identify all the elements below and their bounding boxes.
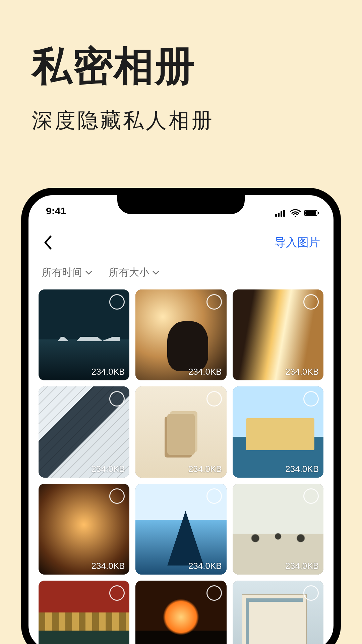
photo-size-label: 234.0KB xyxy=(92,367,125,377)
svg-rect-5 xyxy=(305,211,316,215)
photo-tile[interactable]: 234.0KB xyxy=(135,484,226,575)
select-circle-icon[interactable] xyxy=(206,391,222,407)
select-circle-icon[interactable] xyxy=(206,294,222,310)
photo-size-label: 234.0KB xyxy=(188,367,222,377)
svg-rect-0 xyxy=(275,214,277,217)
hero-title: 私密相册 xyxy=(32,44,342,88)
photo-tile[interactable]: 234.0KB xyxy=(39,581,129,644)
select-circle-icon[interactable] xyxy=(206,585,222,601)
filter-size[interactable]: 所有大小 xyxy=(109,266,159,279)
back-button[interactable] xyxy=(38,232,58,253)
photo-grid: 234.0KB 234.0KB 234.0KB 234.0KB 234.0KB … xyxy=(28,289,334,644)
photo-size-label: 234.0KB xyxy=(285,464,319,474)
select-circle-icon[interactable] xyxy=(303,488,319,504)
hero-subtitle: 深度隐藏私人相册 xyxy=(32,106,342,135)
photo-tile[interactable]: 234.0KB xyxy=(39,289,129,380)
svg-rect-1 xyxy=(278,213,280,217)
photo-tile[interactable]: 234.0KB xyxy=(233,386,323,477)
nav-bar: 导入图片 xyxy=(28,231,334,254)
select-circle-icon[interactable] xyxy=(303,585,319,601)
photo-tile[interactable]: 234.0KB xyxy=(39,386,129,477)
select-circle-icon[interactable] xyxy=(109,488,125,504)
select-circle-icon[interactable] xyxy=(206,488,222,504)
photo-tile[interactable]: 234.0KB xyxy=(233,289,323,380)
chevron-down-icon xyxy=(153,270,159,275)
photo-size-label: 234.0KB xyxy=(188,464,222,474)
phone-notch xyxy=(117,195,245,214)
svg-rect-3 xyxy=(283,210,285,217)
phone-frame: 9:41 xyxy=(21,188,341,644)
filter-time-label: 所有时间 xyxy=(42,266,82,279)
photo-tile[interactable]: 234.0KB xyxy=(135,289,226,380)
svg-rect-6 xyxy=(318,212,319,214)
photo-size-label: 234.0KB xyxy=(285,561,319,571)
cellular-icon xyxy=(275,209,287,217)
battery-icon xyxy=(304,209,319,217)
import-photos-link[interactable]: 导入图片 xyxy=(275,235,320,250)
status-time: 9:41 xyxy=(40,205,66,219)
filter-size-label: 所有大小 xyxy=(109,266,149,279)
photo-tile[interactable]: 234.0KB xyxy=(135,386,226,477)
photo-size-label: 234.0KB xyxy=(92,561,125,571)
chevron-down-icon xyxy=(85,270,92,275)
filter-time[interactable]: 所有时间 xyxy=(42,266,92,279)
wifi-icon xyxy=(290,209,301,217)
filter-bar: 所有时间 所有大小 xyxy=(28,266,334,279)
photo-tile[interactable]: 234.0KB xyxy=(135,581,226,644)
photo-tile[interactable]: 234.0KB xyxy=(39,484,129,575)
select-circle-icon[interactable] xyxy=(109,294,125,310)
chevron-left-icon xyxy=(43,235,53,250)
select-circle-icon[interactable] xyxy=(303,294,319,310)
photo-size-label: 234.0KB xyxy=(92,464,125,474)
photo-size-label: 234.0KB xyxy=(188,561,222,571)
photo-size-label: 234.0KB xyxy=(285,367,319,377)
svg-rect-2 xyxy=(281,211,282,217)
photo-tile[interactable]: 234.0KB xyxy=(233,581,323,644)
photo-tile[interactable]: 234.0KB xyxy=(233,484,323,575)
